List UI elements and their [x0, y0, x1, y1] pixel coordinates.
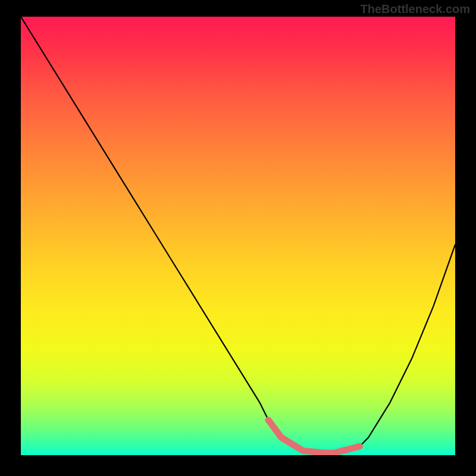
attribution-label: TheBottleneck.com — [361, 2, 470, 16]
series-bottleneck-curve — [21, 17, 455, 453]
chart-plot-area — [21, 17, 455, 455]
chart-svg — [21, 17, 455, 455]
series-optimal-zone-marker — [268, 420, 359, 453]
